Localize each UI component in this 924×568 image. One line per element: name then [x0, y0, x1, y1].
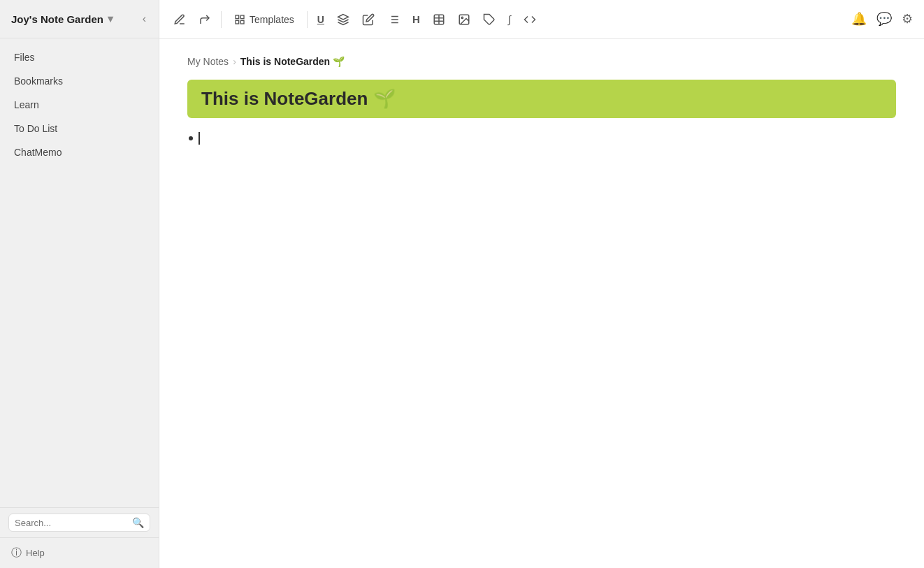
sidebar-item-files[interactable]: Files [0, 45, 159, 69]
sidebar-item-chatmemo[interactable]: ChatMemo [0, 140, 159, 164]
search-icon: 🔍 [132, 517, 144, 528]
help-button[interactable]: ⓘ Help [11, 546, 45, 560]
workspace-title-text: Joy's Note Garden [11, 13, 103, 25]
heading-button[interactable]: H [407, 9, 426, 29]
help-circle-icon: ⓘ [11, 546, 22, 560]
tag-button[interactable] [477, 9, 501, 30]
note-title-text: This is NoteGarden 🌱 [201, 88, 882, 110]
pen-icon [173, 13, 186, 26]
sidebar-item-bookmarks[interactable]: Bookmarks [0, 69, 159, 93]
heading-icon: H [412, 13, 420, 25]
svg-rect-2 [240, 20, 244, 24]
table-icon [433, 13, 445, 26]
edit-button[interactable] [356, 9, 380, 30]
list-button[interactable] [382, 9, 405, 30]
toolbar-divider-2 [307, 11, 308, 28]
notification-button[interactable]: 🔔 [850, 10, 868, 28]
search-icon-button[interactable]: 🔍 [132, 517, 144, 528]
settings-button[interactable]: ⚙ [900, 10, 914, 28]
templates-label: Templates [250, 14, 294, 25]
toolbar: Templates U H [159, 0, 924, 39]
svg-rect-0 [236, 15, 239, 19]
breadcrumb-separator: › [233, 56, 236, 67]
toolbar-divider-1 [221, 11, 222, 28]
tag-icon [483, 13, 496, 26]
collapse-sidebar-button[interactable]: ‹ [140, 11, 149, 27]
svg-rect-3 [236, 20, 239, 24]
redo-icon [198, 13, 211, 26]
underline-button[interactable]: U [312, 10, 330, 29]
notification-icon: 🔔 [851, 12, 867, 26]
editor-content[interactable] [187, 126, 896, 147]
highlight-icon [337, 13, 349, 26]
code-button[interactable] [518, 9, 542, 30]
svg-point-15 [461, 17, 463, 18]
note-title-bar: This is NoteGarden 🌱 [187, 80, 896, 118]
chat-button[interactable]: 💬 [875, 10, 893, 28]
text-cursor [198, 132, 200, 145]
chat-icon: 💬 [876, 12, 892, 26]
svg-rect-1 [240, 15, 244, 19]
sidebar-item-learn[interactable]: Learn [0, 93, 159, 117]
workspace-title: Joy's Note Garden ▾ [11, 13, 113, 25]
note-title-emoji: 🌱 [373, 88, 396, 110]
bullet-line [187, 129, 896, 147]
search-wrapper: 🔍 [8, 514, 150, 532]
image-button[interactable] [452, 9, 476, 30]
sidebar-header: Joy's Note Garden ▾ ‹ [0, 0, 159, 38]
breadcrumb: My Notes › This is NoteGarden 🌱 [187, 56, 896, 67]
settings-icon: ⚙ [902, 12, 913, 26]
sidebar-footer: ⓘ Help [0, 537, 159, 568]
edit-icon [362, 13, 375, 26]
search-input[interactable] [15, 518, 128, 528]
table-button[interactable] [427, 9, 451, 30]
formula-button[interactable]: ∫ [503, 9, 517, 29]
formula-icon: ∫ [508, 13, 511, 25]
breadcrumb-current: This is NoteGarden 🌱 [240, 56, 345, 67]
top-right-icons: 🔔 💬 ⚙ [850, 10, 914, 28]
templates-button[interactable]: Templates [226, 10, 303, 29]
highlight-button[interactable] [331, 9, 355, 30]
templates-icon [234, 14, 245, 25]
editor-area: My Notes › This is NoteGarden 🌱 This is … [159, 39, 924, 568]
underline-icon: U [317, 14, 324, 25]
sidebar: Joy's Note Garden ▾ ‹ FilesBookmarksLear… [0, 0, 159, 568]
image-icon [458, 13, 470, 26]
sidebar-item-todo[interactable]: To Do List [0, 117, 159, 140]
bullet-dot [189, 136, 193, 140]
breadcrumb-parent[interactable]: My Notes [187, 56, 229, 67]
code-icon [524, 13, 536, 26]
redo-tool-button[interactable] [193, 9, 217, 30]
pen-tool-button[interactable] [168, 9, 192, 30]
sidebar-nav: FilesBookmarksLearnTo Do ListChatMemo [0, 38, 159, 507]
help-label: Help [26, 548, 45, 558]
search-container: 🔍 [0, 507, 159, 537]
list-icon [387, 13, 400, 26]
main-content: 🔔 💬 ⚙ Templates U [159, 0, 924, 568]
workspace-dropdown-icon[interactable]: ▾ [108, 13, 113, 25]
note-title-label[interactable]: This is NoteGarden [201, 88, 368, 110]
